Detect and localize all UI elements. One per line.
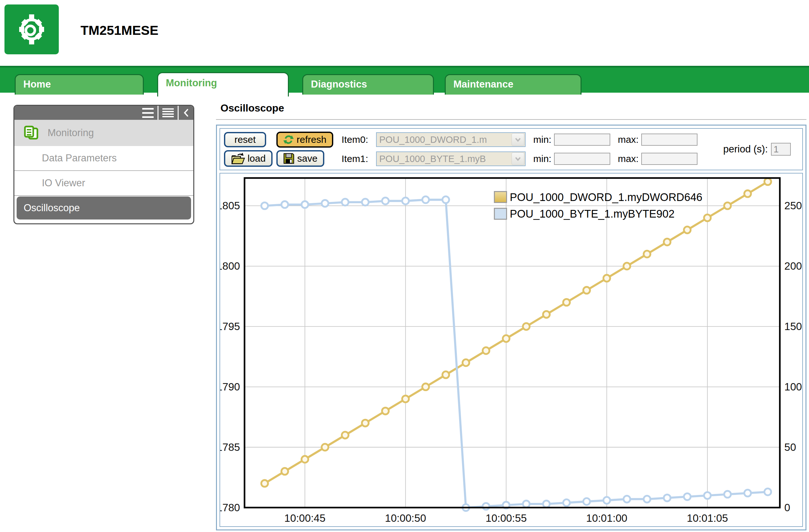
svg-text:1785: 1785 <box>220 441 240 453</box>
min1-input[interactable] <box>554 153 610 165</box>
item0-label: Item0: <box>342 134 372 145</box>
toolbar-buttons: reset refresh load <box>224 132 333 167</box>
load-button-label: load <box>247 153 266 164</box>
item0-select[interactable]: POU_1000_DWORD_1.m <box>376 132 526 147</box>
svg-text:10:00:55: 10:00:55 <box>486 512 527 524</box>
chevron-down-icon[interactable] <box>512 152 524 165</box>
tab-maintenance[interactable]: Maintenance <box>445 74 582 95</box>
refresh-button-label: refresh <box>296 134 326 145</box>
oscilloscope-toolbar: reset refresh load <box>220 128 803 170</box>
period-input[interactable] <box>771 143 791 156</box>
tab-home[interactable]: Home <box>15 74 144 95</box>
open-folder-icon <box>231 152 245 165</box>
min1-label: min: <box>533 153 551 164</box>
chart-legend: POU_1000_DWORD_1.myDWORD646POU_1000_BYTE… <box>494 191 702 220</box>
refresh-icon <box>283 134 294 145</box>
sidebar-item-monitoring[interactable]: Monitoring <box>14 120 193 146</box>
max0-label: max: <box>618 134 639 145</box>
sidebar-header <box>14 106 193 120</box>
tab-bar: Home Monitoring Diagnostics Maintenance <box>0 66 809 93</box>
hamburger-icon <box>142 107 154 119</box>
tab-diagnostics[interactable]: Diagnostics <box>302 74 434 95</box>
period-label: period (s): <box>723 143 768 155</box>
item1-select-value: POU_1000_BYTE_1.myB <box>377 154 511 164</box>
svg-text:1790: 1790 <box>220 381 240 393</box>
sidebar-item-label: Data Parameters <box>42 152 117 164</box>
sidebar-item-oscilloscope[interactable]: Oscilloscope <box>17 196 191 220</box>
svg-text:200: 200 <box>785 260 802 272</box>
svg-text:250: 250 <box>785 200 802 211</box>
svg-text:150: 150 <box>785 321 802 332</box>
item1-label: Item1: <box>342 153 372 164</box>
save-button[interactable]: save <box>276 150 324 167</box>
item1-row: Item1: POU_1000_BYTE_1.myB min: max: <box>342 151 698 167</box>
menu-list-button[interactable] <box>138 106 157 120</box>
period-block: period (s): <box>723 143 791 156</box>
sidebar: Monitoring Data Parameters IO Viewer Osc… <box>13 105 194 224</box>
tab-monitoring[interactable]: Monitoring <box>157 72 289 97</box>
svg-text:POU_1000_BYTE_1.myBYTE902: POU_1000_BYTE_1.myBYTE902 <box>510 208 674 220</box>
item1-select[interactable]: POU_1000_BYTE_1.myB <box>376 152 526 166</box>
refresh-button[interactable]: refresh <box>276 132 333 148</box>
chevron-down-icon[interactable] <box>512 133 524 146</box>
save-button-label: save <box>297 153 317 164</box>
svg-text:1795: 1795 <box>220 321 240 332</box>
svg-text:10:01:05: 10:01:05 <box>687 512 728 524</box>
load-button[interactable]: load <box>224 150 273 167</box>
chart-plot: 1780178517901795180018050501001502002501… <box>220 173 802 526</box>
gear-icon <box>13 8 51 50</box>
svg-text:1800: 1800 <box>220 260 240 272</box>
sidebar-item-io-viewer[interactable]: IO Viewer <box>14 171 193 196</box>
max0-input[interactable] <box>641 134 698 146</box>
oscilloscope-chart: 1780178517901795180018050501001502002501… <box>220 173 803 527</box>
reset-button-label: reset <box>235 134 256 145</box>
svg-text:10:00:50: 10:00:50 <box>385 512 426 524</box>
sidebar-item-label: Monitoring <box>48 127 94 139</box>
svg-text:1805: 1805 <box>220 200 240 211</box>
sidebar-item-label: Oscilloscope <box>24 202 80 214</box>
svg-text:1780: 1780 <box>220 502 240 513</box>
chevron-left-icon <box>183 108 189 117</box>
documents-icon <box>23 125 40 140</box>
page-title: Oscilloscope <box>216 102 806 120</box>
collapse-sidebar-button[interactable] <box>178 106 193 120</box>
svg-text:POU_1000_DWORD_1.myDWORD646: POU_1000_DWORD_1.myDWORD646 <box>510 191 702 203</box>
min0-label: min: <box>533 134 551 145</box>
sidebar-item-data-parameters[interactable]: Data Parameters <box>14 146 193 171</box>
svg-text:10:01:00: 10:01:00 <box>586 512 627 524</box>
svg-text:10:00:45: 10:00:45 <box>285 512 326 524</box>
item0-select-value: POU_1000_DWORD_1.m <box>377 135 511 145</box>
menu-dense-button[interactable] <box>157 106 178 120</box>
max1-label: max: <box>618 153 639 164</box>
sidebar-item-label: IO Viewer <box>42 177 85 189</box>
oscilloscope-panel: reset refresh load <box>216 125 806 530</box>
reset-button[interactable]: reset <box>224 132 266 147</box>
item0-row: Item0: POU_1000_DWORD_1.m min: max: <box>342 132 698 148</box>
svg-text:100: 100 <box>785 381 802 393</box>
svg-text:50: 50 <box>785 441 796 453</box>
min0-input[interactable] <box>554 134 610 146</box>
toolbar-items: Item0: POU_1000_DWORD_1.m min: max: Item… <box>342 132 698 167</box>
svg-text:0: 0 <box>785 502 790 513</box>
app-logo <box>4 4 59 54</box>
floppy-disk-icon <box>283 153 295 164</box>
app-title: TM251MESE <box>81 23 158 38</box>
dense-menu-icon <box>162 108 174 118</box>
max1-input[interactable] <box>641 153 698 165</box>
